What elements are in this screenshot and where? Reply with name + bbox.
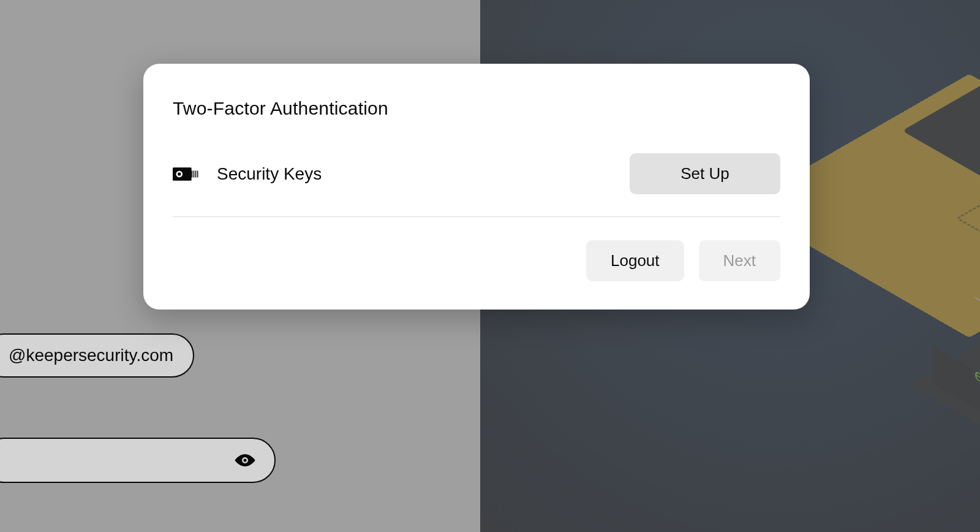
svg-rect-10	[192, 170, 194, 177]
security-key-icon	[173, 165, 201, 183]
set-up-button[interactable]: Set Up	[630, 153, 780, 194]
two-factor-dialog: Two-Factor Authentication Security Keys …	[143, 64, 810, 310]
email-value: @keepersecurity.com	[9, 346, 173, 365]
email-field[interactable]: @keepersecurity.com	[0, 333, 194, 378]
dialog-title: Two-Factor Authentication	[173, 98, 780, 119]
dialog-actions: Logout Next	[173, 240, 780, 281]
method-row-security-keys: Security Keys Set Up	[173, 153, 780, 217]
method-label: Security Keys	[217, 164, 630, 184]
password-field[interactable]	[0, 438, 276, 483]
svg-point-8	[178, 172, 181, 175]
logout-button[interactable]: Logout	[586, 240, 684, 281]
eye-icon[interactable]	[233, 448, 257, 473]
svg-rect-11	[194, 170, 195, 177]
next-button[interactable]: Next	[699, 240, 780, 281]
svg-rect-12	[196, 170, 197, 177]
svg-point-5	[244, 459, 247, 462]
